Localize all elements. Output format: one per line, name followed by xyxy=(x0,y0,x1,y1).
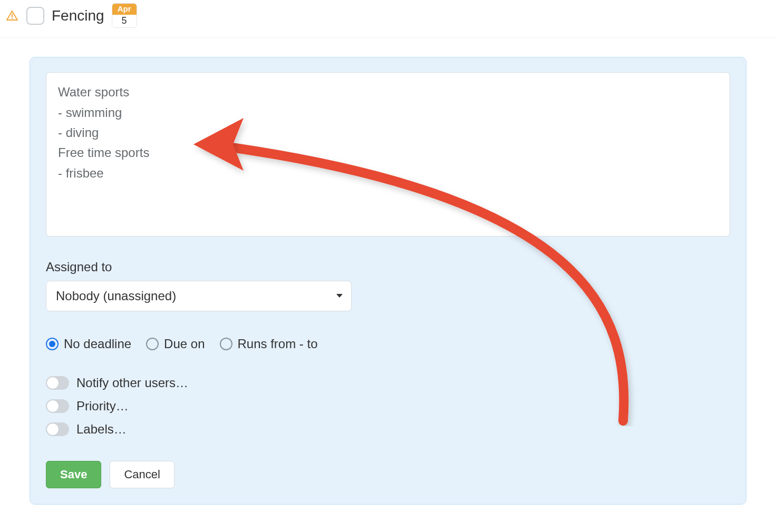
radio-icon xyxy=(146,338,159,350)
toggle-off-icon xyxy=(46,422,69,436)
deadline-radio-group: No deadline Due on Runs from - to xyxy=(46,337,730,351)
toggle-off-icon xyxy=(46,399,69,413)
svg-point-1 xyxy=(12,17,13,18)
task-edit-card: Water sports - swimming - diving Free ti… xyxy=(30,57,746,505)
deadline-option-range[interactable]: Runs from - to xyxy=(220,337,318,351)
due-date-badge[interactable]: Apr 5 xyxy=(112,3,137,28)
task-header: Fencing Apr 5 xyxy=(0,0,776,38)
assigned-to-label: Assigned to xyxy=(46,260,730,274)
due-date-day: 5 xyxy=(112,15,137,28)
toggle-off-icon xyxy=(46,376,69,390)
assigned-to-select[interactable]: Nobody (unassigned) xyxy=(46,281,352,311)
deadline-option-label: Runs from - to xyxy=(238,337,318,351)
notify-users-toggle-row[interactable]: Notify other users… xyxy=(46,376,730,390)
toggle-label: Labels… xyxy=(76,422,127,437)
cancel-button[interactable]: Cancel xyxy=(110,461,174,488)
toggle-label: Priority… xyxy=(76,399,129,413)
toggle-label: Notify other users… xyxy=(76,376,188,390)
radio-icon xyxy=(220,338,232,350)
task-checkbox[interactable] xyxy=(26,7,44,25)
deadline-option-none[interactable]: No deadline xyxy=(46,337,131,351)
save-button[interactable]: Save xyxy=(46,461,101,488)
warning-icon xyxy=(5,9,19,23)
radio-checked-icon xyxy=(46,338,59,350)
description-textarea[interactable]: Water sports - swimming - diving Free ti… xyxy=(46,72,730,237)
deadline-option-label: No deadline xyxy=(64,337,131,351)
priority-toggle-row[interactable]: Priority… xyxy=(46,399,730,413)
deadline-option-due-on[interactable]: Due on xyxy=(146,337,205,351)
task-title[interactable]: Fencing xyxy=(52,7,104,24)
labels-toggle-row[interactable]: Labels… xyxy=(46,422,730,437)
deadline-option-label: Due on xyxy=(164,337,205,351)
due-date-month: Apr xyxy=(112,4,137,15)
